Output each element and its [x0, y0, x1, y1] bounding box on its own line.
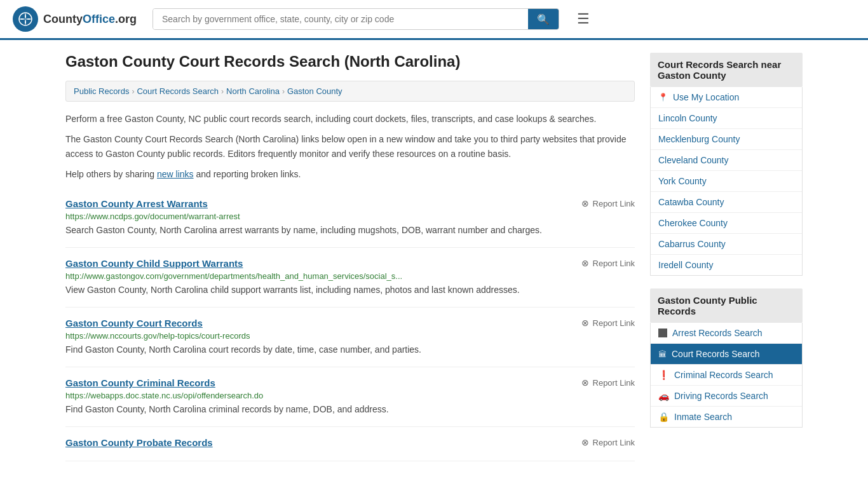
report-label-1: Report Link — [593, 259, 635, 268]
desc-para2: The Gaston County Court Records Search (… — [65, 132, 635, 161]
record-header-4: Gaston County Probate Records ⊗ Report L… — [65, 437, 635, 448]
nearby-section: Court Records Search near Gaston County … — [650, 53, 803, 276]
nearby-county-link-2[interactable]: Cleveland County — [651, 150, 802, 170]
nearby-county-5[interactable]: Cherokee County — [651, 213, 802, 234]
sidebar: Court Records Search near Gaston County … — [650, 53, 803, 461]
nearby-county-link-4[interactable]: Catawba County — [651, 192, 802, 212]
pr-link-1[interactable]: 🏛 Court Records Search — [651, 344, 802, 364]
inmate-icon: 🔒 — [658, 412, 669, 422]
nearby-heading: Court Records Search near Gaston County — [650, 53, 803, 87]
search-input[interactable] — [153, 9, 528, 29]
breadcrumb-nc[interactable]: North Carolina — [226, 86, 280, 96]
nearby-county-label-4: Catawba County — [658, 197, 724, 207]
report-icon-4: ⊗ — [581, 437, 589, 447]
nearby-county-1[interactable]: Mecklenburg County — [651, 129, 802, 150]
nearby-county-0[interactable]: Lincoln County — [651, 108, 802, 129]
record-item-2: Gaston County Court Records ⊗ Report Lin… — [65, 308, 635, 367]
record-url-0[interactable]: https://www.ncdps.gov/document/warrant-a… — [65, 212, 635, 221]
record-desc-2: Find Gaston County, North Carolina court… — [65, 343, 635, 356]
nearby-county-link-7[interactable]: Iredell County — [651, 255, 802, 275]
nearby-county-4[interactable]: Catawba County — [651, 192, 802, 213]
nearby-county-link-5[interactable]: Cherokee County — [651, 213, 802, 233]
record-url-1[interactable]: http://www.gastongov.com/government/depa… — [65, 271, 635, 281]
breadcrumb-court-records[interactable]: Court Records Search — [137, 86, 219, 96]
breadcrumb-sep-3: › — [282, 87, 285, 96]
pr-link-3[interactable]: 🚗 Driving Records Search — [651, 386, 802, 406]
report-icon-2: ⊗ — [581, 318, 589, 328]
nearby-county-label-1: Mecklenburg County — [658, 134, 740, 144]
nearby-county-6[interactable]: Cabarrus County — [651, 234, 802, 255]
nearby-county-label-6: Cabarrus County — [658, 239, 726, 249]
nearby-county-label-0: Lincoln County — [658, 113, 717, 123]
pr-item-1[interactable]: 🏛 Court Records Search — [651, 344, 802, 365]
nearby-county-link-0[interactable]: Lincoln County — [651, 108, 802, 128]
logo-text: CountyOffice.org — [43, 13, 137, 26]
record-url-2[interactable]: https://www.nccourts.gov/help-topics/cou… — [65, 331, 635, 341]
pr-item-3[interactable]: 🚗 Driving Records Search — [651, 386, 802, 407]
site-header: CountyOffice.org 🔍 ☰ — [0, 0, 868, 40]
main-content: Gaston County Court Records Search (Nort… — [65, 53, 635, 461]
nearby-county-label-7: Iredell County — [658, 260, 713, 270]
logo-icon — [13, 6, 38, 32]
nearby-county-3[interactable]: York County — [651, 171, 802, 192]
search-button[interactable]: 🔍 — [528, 9, 559, 29]
nearby-county-label-2: Cleveland County — [658, 155, 729, 165]
report-label-2: Report Link — [593, 318, 635, 328]
record-title-1[interactable]: Gaston County Child Support Warrants — [65, 258, 243, 269]
record-header-0: Gaston County Arrest Warrants ⊗ Report L… — [65, 198, 635, 209]
record-item-4: Gaston County Probate Records ⊗ Report L… — [65, 427, 635, 461]
desc-para3: Help others by sharing new links and rep… — [65, 167, 635, 181]
breadcrumb: Public Records › Court Records Search › … — [65, 81, 635, 102]
logo-area[interactable]: CountyOffice.org — [13, 6, 140, 32]
nearby-county-link-1[interactable]: Mecklenburg County — [651, 129, 802, 149]
report-label-4: Report Link — [593, 438, 635, 447]
pr-label-3: Driving Records Search — [674, 391, 768, 401]
menu-icon[interactable]: ☰ — [577, 11, 590, 27]
pr-label-2: Criminal Records Search — [674, 370, 773, 380]
breadcrumb-public-records[interactable]: Public Records — [74, 86, 129, 96]
report-label-3: Report Link — [593, 378, 635, 388]
record-desc-1: View Gaston County, North Carolina child… — [65, 283, 635, 297]
use-my-location-item[interactable]: 📍 Use My Location — [651, 87, 802, 108]
pr-link-2[interactable]: ❗ Criminal Records Search — [651, 365, 802, 385]
court-icon: 🏛 — [658, 349, 667, 359]
pr-link-0[interactable]: Arrest Records Search — [651, 323, 802, 343]
public-records-list: Arrest Records Search 🏛 Court Records Se… — [650, 323, 803, 428]
nearby-county-label-5: Cherokee County — [658, 218, 728, 228]
breadcrumb-gaston[interactable]: Gaston County — [287, 86, 342, 96]
nearby-county-2[interactable]: Cleveland County — [651, 150, 802, 171]
record-title-0[interactable]: Gaston County Arrest Warrants — [65, 198, 208, 209]
nearby-list: 📍 Use My Location Lincoln County Mecklen… — [650, 87, 803, 276]
record-item-0: Gaston County Arrest Warrants ⊗ Report L… — [65, 188, 635, 248]
report-icon-1: ⊗ — [581, 258, 589, 268]
record-title-2[interactable]: Gaston County Court Records — [65, 318, 203, 329]
pr-link-4[interactable]: 🔒 Inmate Search — [651, 407, 802, 427]
nearby-county-link-3[interactable]: York County — [651, 171, 802, 191]
pr-item-0[interactable]: Arrest Records Search — [651, 323, 802, 344]
use-my-location-link[interactable]: 📍 Use My Location — [651, 87, 802, 107]
pr-item-2[interactable]: ❗ Criminal Records Search — [651, 365, 802, 386]
nearby-county-label-3: York County — [658, 176, 707, 186]
report-icon-0: ⊗ — [581, 198, 589, 208]
record-header-3: Gaston County Criminal Records ⊗ Report … — [65, 377, 635, 388]
report-label-0: Report Link — [593, 199, 635, 208]
pr-item-4[interactable]: 🔒 Inmate Search — [651, 407, 802, 427]
records-list: Gaston County Arrest Warrants ⊗ Report L… — [65, 188, 635, 461]
report-link-1[interactable]: ⊗ Report Link — [581, 258, 635, 268]
record-url-3[interactable]: https://webapps.doc.state.nc.us/opi/offe… — [65, 391, 635, 400]
driving-icon: 🚗 — [658, 391, 669, 401]
report-link-3[interactable]: ⊗ Report Link — [581, 377, 635, 388]
nearby-county-7[interactable]: Iredell County — [651, 255, 802, 275]
search-bar[interactable]: 🔍 — [153, 8, 559, 30]
record-title-3[interactable]: Gaston County Criminal Records — [65, 377, 215, 388]
record-title-4[interactable]: Gaston County Probate Records — [65, 437, 213, 448]
page-title: Gaston County Court Records Search (Nort… — [65, 53, 635, 71]
new-links-link[interactable]: new links — [157, 169, 194, 179]
report-link-0[interactable]: ⊗ Report Link — [581, 198, 635, 208]
pr-label-1: Court Records Search — [672, 349, 760, 359]
pr-label-4: Inmate Search — [674, 412, 732, 422]
report-link-4[interactable]: ⊗ Report Link — [581, 437, 635, 447]
criminal-icon: ❗ — [658, 370, 669, 380]
nearby-county-link-6[interactable]: Cabarrus County — [651, 234, 802, 254]
report-link-2[interactable]: ⊗ Report Link — [581, 318, 635, 328]
